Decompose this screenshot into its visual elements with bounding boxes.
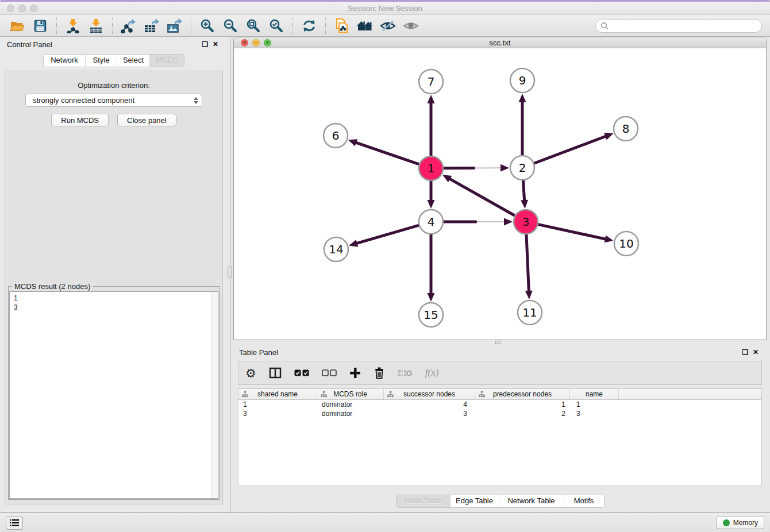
main-toolbar <box>0 15 770 37</box>
memory-button[interactable]: Memory <box>717 516 764 529</box>
svg-text:1: 1 <box>428 161 435 175</box>
svg-text:4: 4 <box>428 215 435 229</box>
mcds-result-title: MCDS result (2 nodes) <box>12 282 93 291</box>
control-panel-tabs: Network Style Select MCDS <box>0 54 228 67</box>
network-view-window: ✕ − + scc.txt 1234678910111415 <box>233 37 767 340</box>
eye-icon[interactable] <box>399 17 422 35</box>
tree-icon <box>479 391 485 398</box>
gear-icon[interactable]: ⚙ <box>245 367 256 379</box>
tab-mcds[interactable]: MCDS <box>149 55 184 67</box>
svg-text:15: 15 <box>424 308 438 322</box>
add-column-icon[interactable] <box>349 367 361 379</box>
status-bar: Memory <box>0 512 770 532</box>
application-window: Session: New Session <box>0 0 770 532</box>
mcds-result-list[interactable]: 1 3 <box>10 292 211 498</box>
splitter-handle[interactable] <box>495 341 500 344</box>
table-row[interactable]: 3 dominator 3 2 3 <box>238 409 761 418</box>
select-all-checks-icon[interactable] <box>294 369 309 377</box>
node-table: shared name MCDS role successor nodes <box>238 388 762 486</box>
tab-style[interactable]: Style <box>85 55 117 67</box>
column-header-predecessor-nodes[interactable]: predecessor nodes <box>475 389 570 399</box>
svg-text:10: 10 <box>619 237 633 250</box>
list-icon <box>9 518 20 527</box>
mcds-panel: Optimization criterion: strongly connect… <box>5 71 223 504</box>
toolbar-separator <box>56 18 57 34</box>
control-panel: Control Panel ❑ ✕ Network Style Select M… <box>0 37 228 512</box>
right-column: ✕ − + scc.txt 1234678910111415 Table Pan… <box>233 37 770 512</box>
tab-network[interactable]: Network <box>44 55 85 67</box>
task-history-button[interactable] <box>6 516 23 530</box>
splitter-handle[interactable] <box>228 267 232 277</box>
result-line: 1 <box>14 294 211 303</box>
table-toolbar: ⚙ <box>238 361 762 385</box>
run-mcds-button[interactable]: Run MCDS <box>51 114 109 126</box>
zoom-in-icon[interactable] <box>196 17 219 35</box>
network-canvas[interactable]: 1234678910111415 <box>234 48 766 340</box>
criterion-select[interactable]: strongly connected component <box>25 94 202 107</box>
close-panel-icon[interactable]: ✕ <box>210 40 221 49</box>
search-input[interactable] <box>611 21 757 31</box>
svg-text:8: 8 <box>622 122 630 136</box>
home-icon[interactable] <box>353 17 376 35</box>
criterion-value: strongly connected component <box>33 96 194 105</box>
toolbar-separator <box>292 18 293 34</box>
table-row[interactable]: 1 dominator 4 1 1 <box>238 400 761 409</box>
tab-edge-table[interactable]: Edge Table <box>450 495 499 507</box>
memory-label: Memory <box>733 519 758 527</box>
refresh-icon[interactable] <box>298 17 321 35</box>
tab-select[interactable]: Select <box>117 55 149 67</box>
toolbar-separator <box>191 18 191 34</box>
column-header-mcds-role[interactable]: MCDS role <box>317 389 384 399</box>
zoom-out-icon[interactable] <box>219 17 242 35</box>
delete-icon[interactable] <box>374 367 385 379</box>
result-line: 3 <box>14 303 211 312</box>
import-network-icon[interactable] <box>61 17 84 35</box>
save-icon[interactable] <box>29 17 52 35</box>
window-title: Session: New Session <box>0 4 770 13</box>
svg-text:14: 14 <box>329 242 343 256</box>
float-panel-icon[interactable]: ❑ <box>200 40 210 49</box>
horizontal-splitter[interactable] <box>233 340 767 345</box>
optimization-criterion-label: Optimization criterion: <box>5 81 222 90</box>
split-columns-icon[interactable] <box>269 367 282 379</box>
main-area: Control Panel ❑ ✕ Network Style Select M… <box>0 37 770 512</box>
zoom-selected-icon[interactable] <box>265 17 288 35</box>
open-folder-icon[interactable] <box>6 17 29 35</box>
tab-network-table[interactable]: Network Table <box>499 495 564 507</box>
network-window-titlebar[interactable]: ✕ − + scc.txt <box>234 37 766 48</box>
export-network-icon[interactable] <box>117 17 140 35</box>
eye-slash-icon[interactable] <box>376 17 399 35</box>
tree-icon <box>242 391 248 398</box>
zoom-fit-icon[interactable] <box>242 17 265 35</box>
import-table-icon[interactable] <box>84 17 107 35</box>
select-stepper-icon <box>194 97 198 104</box>
deselect-all-checks-icon[interactable] <box>322 369 337 377</box>
control-panel-title: Control Panel <box>7 40 52 49</box>
close-panel-icon[interactable]: ✕ <box>750 348 761 357</box>
export-image-icon[interactable] <box>163 17 186 35</box>
tree-icon <box>321 391 327 398</box>
window-titlebar: Session: New Session <box>0 2 770 15</box>
network-graph[interactable]: 1234678910111415 <box>234 48 766 338</box>
vertical-splitter[interactable] <box>228 37 233 512</box>
search-field[interactable] <box>595 19 762 33</box>
svg-text:6: 6 <box>332 129 340 142</box>
column-header-successor-nodes[interactable]: successor nodes <box>384 389 475 399</box>
toolbar-separator <box>112 18 113 34</box>
column-header-shared-name[interactable]: shared name <box>238 389 317 399</box>
export-table-icon[interactable] <box>140 17 163 35</box>
duplicate-network-icon[interactable] <box>330 17 353 35</box>
tab-node-table[interactable]: Node Table <box>396 495 450 507</box>
table-header-row: shared name MCDS role successor nodes <box>238 389 761 400</box>
float-panel-icon[interactable]: ❑ <box>740 348 750 357</box>
search-icon <box>600 22 609 30</box>
tree-icon <box>387 391 394 398</box>
delete-column-icon <box>398 368 413 377</box>
result-scrollbar[interactable] <box>211 292 218 498</box>
svg-text:11: 11 <box>522 306 537 319</box>
column-header-name[interactable]: name <box>570 389 619 399</box>
control-panel-header: Control Panel ❑ ✕ <box>0 37 228 52</box>
close-panel-button[interactable]: Close panel <box>117 114 176 126</box>
tab-motifs[interactable]: Motifs <box>564 495 604 507</box>
table-tabs: Node Table Edge Table Network Table Moti… <box>233 495 767 508</box>
